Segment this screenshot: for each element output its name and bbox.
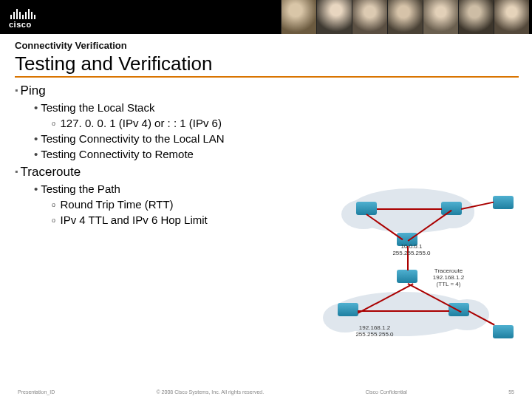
section-traceroute: Traceroute [15, 165, 519, 180]
pretitle: Connectivity Verification [15, 40, 519, 51]
footer-center: © 2008 Cisco Systems, Inc. All rights re… [157, 389, 265, 395]
cisco-logo: cisco [9, 6, 35, 29]
list-item: Testing Connectivity to the Local LAN [34, 132, 519, 145]
diagram-label: 10.0.0.1 255.255.255.0 [382, 244, 441, 257]
router-icon [493, 196, 514, 212]
list-item: 127. 0. 0. 1 (IPv 4) or : : 1 (IPv 6) [52, 117, 519, 129]
header-bar: cisco [0, 0, 532, 34]
section-ping: Ping [15, 83, 519, 98]
network-diagram: 10.0.0.1 255.255.255.0 Traceroute 192.16… [304, 188, 519, 344]
header-photo-strip [281, 0, 529, 34]
list-item: Testing the Local Stack [34, 101, 519, 114]
router-icon [356, 202, 377, 218]
cisco-logo-bars [10, 6, 35, 19]
footer-right: Cisco Confidential [365, 389, 406, 395]
page-number: 55 [508, 389, 514, 395]
router-icon [338, 303, 358, 319]
diagram-label: 192.168.1.2 255.255.255.0 [345, 325, 404, 338]
diagram-label: Traceroute 192.168.1.2 (TTL = 4) [419, 268, 478, 287]
footer: Presentation_ID © 2008 Cisco Systems, In… [0, 389, 532, 395]
router-icon [493, 325, 514, 341]
slide-title: Testing and Verification [15, 52, 519, 78]
cisco-logo-text: cisco [9, 20, 32, 29]
footer-left: Presentation_ID [18, 389, 55, 395]
list-item: Testing Connectivity to Remote [34, 148, 519, 160]
